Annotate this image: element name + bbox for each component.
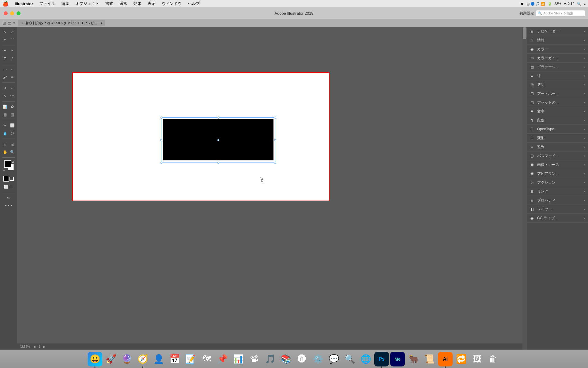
- curvature-tool-icon[interactable]: ≈: [9, 48, 16, 53]
- dock-stickies[interactable]: 📌: [215, 352, 230, 366]
- workspace-icon-1[interactable]: ⊞: [2, 21, 6, 25]
- pencil-icon[interactable]: ✏: [9, 75, 16, 79]
- pen-tool-icon[interactable]: ✒: [1, 48, 9, 53]
- menu-select[interactable]: 選択: [118, 1, 129, 6]
- selected-object[interactable]: [163, 119, 273, 160]
- minimize-button[interactable]: [10, 11, 14, 15]
- scale-tool-group[interactable]: ⤡ 〰: [1, 92, 16, 100]
- panel-collapse-18[interactable]: ▸: [584, 190, 586, 193]
- zoom-level[interactable]: 42.58%: [20, 345, 30, 348]
- bar-graph-icon[interactable]: ▥: [9, 113, 16, 117]
- canvas-area[interactable]: [17, 27, 527, 350]
- panel-item-19[interactable]: ⊞ プロパティ ▸: [527, 196, 588, 205]
- paintbrush-icon[interactable]: 🖌: [1, 75, 9, 79]
- measure-group[interactable]: ⊞ ◱: [1, 140, 16, 148]
- mesh-tool-icon[interactable]: ⊞: [1, 142, 9, 146]
- panel-collapse-19[interactable]: ▸: [584, 199, 586, 202]
- panel-item-18[interactable]: ⊕ リンク ▸: [527, 187, 588, 196]
- panel-collapse-15[interactable]: ▸: [584, 163, 586, 166]
- dock-books[interactable]: 📚: [279, 352, 293, 366]
- dock-photos[interactable]: 🖼: [470, 352, 484, 366]
- control-strip[interactable]: ≡: [584, 2, 586, 6]
- menu-window[interactable]: ウィンドウ: [160, 1, 183, 6]
- slice-tool-group[interactable]: ✂ ⬜: [1, 122, 16, 129]
- panel-item-12[interactable]: ⊞ 変形 ▸: [527, 134, 588, 143]
- panel-collapse-11[interactable]: ▸: [584, 128, 586, 131]
- swap-colors-icon[interactable]: ⇄: [12, 160, 14, 163]
- artboard-nav-right[interactable]: ▶: [43, 345, 46, 348]
- gradient-tool-icon[interactable]: ◱: [9, 142, 16, 146]
- panel-item-0[interactable]: ⊞ ナビゲーター ▸: [527, 27, 588, 36]
- v-scrollbar-thumb[interactable]: [523, 27, 526, 39]
- blend-tool-icon[interactable]: ⬡: [9, 131, 16, 136]
- paintbrush-group[interactable]: 🖌 ✏: [1, 74, 16, 81]
- dock-itunes[interactable]: 🎵: [263, 352, 277, 366]
- magic-wand-group[interactable]: ✦ ⌒: [1, 36, 16, 44]
- menu-illustrator[interactable]: Illustrator: [13, 2, 34, 6]
- eyedropper-group[interactable]: 💧 ⬡: [1, 130, 16, 137]
- panel-item-16[interactable]: ◉ アピアラン... ▸: [527, 169, 588, 178]
- pen-tool-group[interactable]: ✒ ≈: [1, 47, 16, 54]
- dock-photoshop[interactable]: Ps: [374, 352, 389, 366]
- panel-item-2[interactable]: ◉ カラー ▸: [527, 45, 588, 54]
- menu-file[interactable]: ファイル: [38, 1, 56, 6]
- vertical-scrollbar[interactable]: [522, 27, 527, 350]
- dock-qsearch[interactable]: 🔍: [342, 352, 357, 366]
- selection-tool-group[interactable]: ↖ ↗: [1, 28, 16, 36]
- dock-reminders[interactable]: 📝: [183, 352, 198, 366]
- dock-maps[interactable]: 🗺: [199, 352, 214, 366]
- panel-item-17[interactable]: ▷ アクション ▸: [527, 178, 588, 187]
- dock-script-editor[interactable]: 📜: [422, 352, 437, 366]
- handle-mid-right[interactable]: [274, 139, 276, 141]
- eraser-tool-icon[interactable]: ⬜: [9, 123, 16, 128]
- menu-object[interactable]: オブジェクト: [74, 1, 100, 6]
- artboard-nav-left[interactable]: ◀: [33, 345, 36, 348]
- none-fill-button[interactable]: ⬜ ⬛: [1, 183, 16, 190]
- graph-tool-group[interactable]: 📊 ✿: [1, 103, 16, 110]
- dock-media-encoder[interactable]: Me: [390, 352, 405, 366]
- lasso-tool-icon[interactable]: ⌒: [9, 37, 16, 43]
- dock-unknown[interactable]: 🐂: [406, 352, 421, 366]
- workspace-dropdown[interactable]: ▼: [13, 21, 16, 25]
- menu-help[interactable]: ヘルプ: [187, 1, 201, 6]
- rotate-tool-group[interactable]: ↺ ↔: [1, 84, 16, 92]
- rotate-tool-icon[interactable]: ↺: [1, 86, 9, 90]
- reset-colors-icon[interactable]: ↩: [3, 169, 5, 172]
- panel-collapse-16[interactable]: ▸: [584, 172, 586, 175]
- panel-item-7[interactable]: ▢ アートボー... ▸: [527, 89, 588, 98]
- tab-close-button[interactable]: ×: [21, 21, 23, 25]
- direct-selection-tool-icon[interactable]: ↗: [9, 30, 16, 34]
- workspace-icon-2[interactable]: ▤: [7, 21, 11, 25]
- panel-collapse-7[interactable]: ▸: [584, 92, 586, 95]
- handle-top-center[interactable]: [217, 117, 219, 119]
- column-graph-icon[interactable]: ▦: [1, 113, 9, 117]
- panel-collapse-0[interactable]: ▸: [584, 30, 586, 33]
- column-graph-group[interactable]: ▦ ▥: [1, 111, 16, 118]
- scale-tool-icon[interactable]: ⤡: [1, 94, 9, 98]
- dock-line[interactable]: 💬: [326, 352, 341, 366]
- panel-collapse-4[interactable]: ▸: [584, 65, 586, 68]
- panel-collapse-8[interactable]: ▸: [584, 101, 586, 104]
- traffic-lights[interactable]: [4, 11, 21, 15]
- dock-filezilla[interactable]: 🔁: [454, 352, 469, 366]
- artboard-icon[interactable]: ▭: [7, 195, 10, 200]
- warp-tool-icon[interactable]: 〰: [9, 94, 16, 98]
- line-tool-icon[interactable]: /: [9, 56, 16, 61]
- fill-stroke-toggle[interactable]: [1, 175, 16, 182]
- panel-item-10[interactable]: ¶ 段落 ▸: [527, 116, 588, 125]
- dock-trash[interactable]: 🗑: [486, 352, 500, 366]
- magic-wand-icon[interactable]: ✦: [1, 38, 9, 42]
- dock-contacts[interactable]: 👤: [151, 352, 166, 366]
- panel-collapse-17[interactable]: ▸: [584, 181, 586, 184]
- rect-tool-icon[interactable]: ▭: [1, 67, 9, 71]
- stock-search[interactable]: 🔍 Adobe Stock を検索: [536, 10, 585, 16]
- foreground-color[interactable]: [4, 160, 11, 168]
- menu-effect[interactable]: 効果: [132, 1, 143, 6]
- panel-item-11[interactable]: O OpenType ▸: [527, 125, 588, 134]
- panel-collapse-3[interactable]: ▸: [584, 56, 586, 59]
- handle-mid-left[interactable]: [160, 139, 162, 141]
- type-tool-group[interactable]: T /: [1, 55, 16, 62]
- symbol-tool-icon[interactable]: ✿: [9, 105, 16, 109]
- panel-item-1[interactable]: ℹ 情報 ▸: [527, 36, 588, 45]
- panel-item-13[interactable]: ≡ 整列 ▸: [527, 143, 588, 151]
